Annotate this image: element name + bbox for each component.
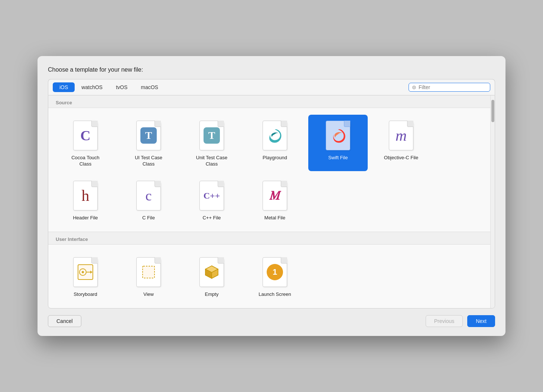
item-storyboard[interactable]: Storyboard — [56, 251, 115, 301]
item-empty[interactable]: Empty — [182, 251, 241, 301]
tab-group: iOS watchOS tvOS macOS — [53, 82, 409, 92]
launch-circle: 1 — [267, 264, 283, 280]
metal-letter: 𝑀 — [270, 189, 280, 203]
unit-test-label: Unit Test CaseClass — [196, 155, 227, 167]
t-blue-icon: T — [140, 127, 157, 144]
storyboard-icon-wrap — [72, 257, 99, 288]
view-label: View — [143, 291, 154, 298]
source-items-grid: C Cocoa TouchClass T UI Test CaseClass — [48, 108, 495, 232]
source-section-header: Source — [48, 95, 495, 108]
right-buttons: Previous Next — [426, 315, 495, 327]
c-file-label: C File — [142, 215, 155, 221]
launch-screen-icon-wrap: 1 — [261, 257, 288, 288]
item-ui-test[interactable]: T UI Test CaseClass — [119, 115, 178, 171]
new-file-dialog: Choose a template for your new file: iOS… — [38, 56, 505, 336]
storyboard-label: Storyboard — [74, 291, 97, 298]
top-bar: iOS watchOS tvOS macOS ⊜ — [48, 79, 495, 95]
unit-test-icon: T — [198, 120, 225, 151]
item-unit-test[interactable]: T Unit Test CaseClass — [182, 115, 241, 171]
swift-logo — [330, 127, 346, 144]
view-icon-wrap — [135, 257, 162, 288]
item-header[interactable]: h Header File — [56, 175, 115, 225]
playground-label: Playground — [263, 155, 287, 161]
c-small-letter: c — [146, 187, 152, 204]
t-teal-icon: T — [204, 127, 220, 144]
metal-file-icon: 𝑀 — [261, 180, 288, 211]
filter-wrap: ⊜ — [409, 83, 490, 92]
next-button[interactable]: Next — [467, 315, 495, 327]
empty-cube-svg — [203, 264, 220, 281]
tab-tvos[interactable]: tvOS — [109, 82, 134, 92]
cocoa-touch-icon: C — [72, 120, 99, 151]
swift-file-icon — [325, 120, 351, 151]
launch-screen-label: Launch Screen — [259, 291, 291, 298]
m-letter: m — [396, 127, 407, 144]
obj-c-icon: m — [388, 120, 414, 151]
item-view[interactable]: View — [119, 251, 178, 301]
tab-ios[interactable]: iOS — [53, 82, 75, 92]
empty-icon-wrap — [198, 257, 225, 288]
item-metal-file[interactable]: 𝑀 Metal File — [245, 175, 305, 225]
cocoa-touch-label: Cocoa TouchClass — [71, 155, 100, 167]
view-svg — [140, 264, 157, 280]
filter-icon: ⊜ — [412, 84, 416, 90]
item-cocoa-touch[interactable]: C Cocoa TouchClass — [56, 115, 115, 171]
tab-watchos[interactable]: watchOS — [75, 82, 109, 92]
ui-test-label: UI Test CaseClass — [135, 155, 162, 167]
playground-icon — [261, 120, 288, 151]
cpp-file-icon: C++ — [198, 180, 225, 211]
c-file-icon: c — [135, 180, 162, 211]
header-icon: h — [72, 180, 99, 211]
user-interface-section-header: User Interface — [48, 232, 495, 245]
item-c-file[interactable]: c C File — [119, 175, 178, 225]
previous-button[interactable]: Previous — [426, 315, 463, 327]
dialog-title: Choose a template for your new file: — [48, 66, 495, 73]
metal-file-label: Metal File — [264, 215, 285, 221]
bird-svg — [266, 127, 284, 144]
ui-items-grid: Storyboard View — [48, 245, 495, 308]
cpp-file-label: C++ File — [202, 215, 221, 221]
obj-c-label: Objective-C File — [384, 155, 418, 161]
scrollbar[interactable] — [490, 95, 495, 308]
item-swift-file[interactable]: Swift File — [308, 115, 368, 171]
item-playground[interactable]: Playground — [245, 115, 305, 171]
tab-macos[interactable]: macOS — [134, 82, 165, 92]
h-letter: h — [82, 187, 90, 205]
item-cpp-file[interactable]: C++ C++ File — [182, 175, 241, 225]
item-launch-screen[interactable]: 1 Launch Screen — [245, 251, 305, 301]
content-area: Source C Cocoa TouchClass T UI Test Ca — [48, 95, 495, 308]
c-letter: C — [80, 127, 90, 144]
item-obj-c[interactable]: m Objective-C File — [371, 115, 431, 171]
svg-point-2 — [82, 271, 84, 273]
cpp-letters: C++ — [204, 191, 220, 201]
cancel-button[interactable]: Cancel — [48, 315, 81, 327]
svg-rect-5 — [143, 266, 155, 278]
empty-label: Empty — [205, 291, 219, 298]
storyboard-svg — [76, 263, 95, 281]
scrollbar-thumb[interactable] — [491, 100, 494, 122]
header-label: Header File — [73, 215, 98, 221]
swift-file-label: Swift File — [328, 155, 348, 161]
bottom-bar: Cancel Previous Next — [48, 315, 495, 327]
ui-test-icon: T — [135, 120, 162, 151]
filter-input[interactable] — [419, 84, 478, 90]
